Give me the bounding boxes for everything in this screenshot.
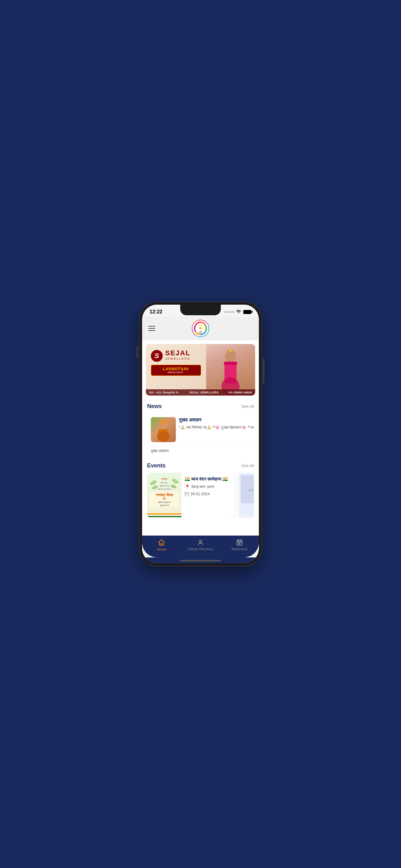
svg-text:हर दिन लिए...: हर दिन लिए...: [160, 482, 168, 484]
news-card-1[interactable]: दुखद अवसान *🙏 जय जिनेन्द्र सा🙏 **🌸 दु:खद…: [147, 413, 254, 456]
svg-text:Group Photo: Group Photo: [248, 489, 254, 492]
nav-item-home[interactable]: Home: [149, 539, 174, 551]
svg-rect-60: [238, 544, 239, 545]
news-card-1-title: दुखद अवसान: [179, 417, 254, 423]
notch: [180, 305, 221, 315]
wifi-icon: [236, 310, 241, 314]
events-title: Events: [147, 462, 166, 469]
phone-screen: 12:22: [142, 305, 259, 563]
svg-text:शुभकामनाएं: शुभकामनाएं: [160, 504, 169, 507]
event-image-1: बे महल्ले हर दिन लिए... सुबह 8:00 बजे से…: [147, 473, 181, 518]
events-section-header: Events See All: [147, 462, 254, 469]
location-pin-icon: 📍: [185, 484, 190, 489]
events-see-all[interactable]: See All: [241, 463, 254, 468]
svg-rect-42: [147, 515, 181, 516]
sejal-logo: S SEJAL JEWELLERS: [151, 349, 201, 363]
svg-point-52: [199, 540, 201, 542]
signal-icon: [225, 311, 234, 313]
menu-button[interactable]: [148, 326, 155, 331]
news-list: दुखद अवसान *🙏 जय जिनेन्द्र सा🙏 **🌸 दु:खद…: [147, 413, 254, 456]
svg-rect-59: [240, 542, 241, 544]
news-title: News: [147, 403, 162, 410]
bottom-navigation: Home Family Directory: [142, 535, 259, 557]
battery-icon: [243, 310, 252, 314]
svg-text:SURAT: SURAT: [199, 333, 202, 334]
family-directory-icon: [197, 539, 204, 546]
banner-footer: UG - 4,5, Rangilia P... SEJAL JEWELLERS …: [146, 389, 255, 396]
status-time: 12:22: [149, 309, 162, 315]
news-image-1: [151, 417, 176, 442]
svg-text:मेवाड़ भवन (उधना) सूरत: मेवाड़ भवन (उधना) सूरत: [157, 488, 171, 490]
event-card-2[interactable]: Group Photo: [238, 473, 254, 518]
svg-text:की: की: [163, 497, 166, 500]
main-content: S SEJAL JEWELLERS LAGNOTSAV अब्रह्म शुभ …: [142, 340, 259, 535]
news-see-all[interactable]: See All: [241, 404, 254, 409]
status-icons: [225, 310, 252, 314]
nav-item-matrimony[interactable]: Matrimony: [227, 539, 252, 551]
svg-text:सुबह 8:00 बजे से: सुबह 8:00 बजे से: [159, 485, 169, 487]
nav-item-family-directory[interactable]: Family Directory: [188, 539, 213, 551]
svg-point-15: [158, 420, 168, 425]
svg-rect-43: [147, 516, 181, 517]
event-card-1[interactable]: बे महल्ले हर दिन लिए... सुबह 8:00 बजे से…: [147, 473, 235, 518]
svg-rect-6: [224, 362, 237, 365]
nav-home-label: Home: [157, 548, 166, 551]
phone-frame: 12:22: [140, 302, 261, 566]
svg-rect-44: [185, 492, 189, 496]
svg-rect-61: [239, 544, 240, 545]
events-section: Events See All: [142, 459, 259, 520]
news-section: News See All: [142, 399, 259, 459]
events-list: बे महल्ले हर दिन लिए... सुबह 8:00 बजे से…: [147, 473, 254, 518]
svg-text:हार्दिक बधाई एवं: हार्दिक बधाई एवं: [158, 501, 170, 504]
calendar-icon-event-1: [185, 492, 189, 496]
event-1-date: 26-01-2024: [185, 492, 231, 496]
event-1-location: 📍 मेवाड़ भवन उधना: [185, 484, 231, 489]
event-1-details: 🇮🇳 ध्वज वंदन कार्यक्रम 🇮🇳 📍 मेवाड़ भवन उ…: [181, 473, 235, 518]
home-indicator: [180, 560, 221, 561]
svg-rect-41: [147, 514, 181, 515]
news-section-header: News See All: [147, 403, 254, 410]
svg-text:बे महल्ले: बे महल्ले: [161, 478, 167, 480]
news-card-1-category: दुखद अवसान: [151, 449, 169, 453]
nav-matrimony-label: Matrimony: [231, 547, 247, 551]
news-card-1-excerpt: *🙏 जय जिनेन्द्र सा🙏 **🌸 दु:खद देहावसान🌸 …: [179, 425, 254, 430]
home-icon: [158, 539, 165, 546]
banner-ad[interactable]: S SEJAL JEWELLERS LAGNOTSAV अब्रह्म शुभ …: [146, 344, 255, 396]
svg-text:गणतंत्र दिवस: गणतंत्र दिवस: [156, 493, 173, 497]
app-header: DSS SURAT: [142, 316, 259, 340]
svg-point-14: [157, 431, 170, 442]
event-1-title: 🇮🇳 ध्वज वंदन कार्यक्रम 🇮🇳: [185, 476, 231, 482]
nav-family-label: Family Directory: [188, 547, 213, 551]
bride-silhouette: [215, 347, 246, 396]
app-logo: DSS SURAT: [192, 320, 209, 337]
event-image-2: Group Photo: [238, 473, 254, 518]
svg-rect-58: [239, 542, 240, 544]
matrimony-icon: [236, 539, 243, 546]
svg-rect-57: [238, 542, 239, 544]
